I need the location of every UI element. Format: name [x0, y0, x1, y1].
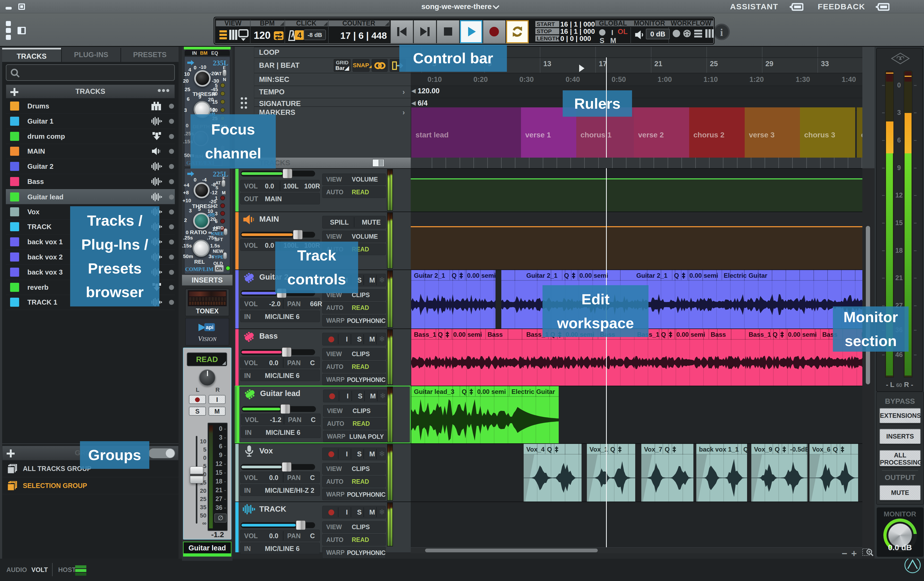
svg-text:api: api: [206, 324, 214, 330]
